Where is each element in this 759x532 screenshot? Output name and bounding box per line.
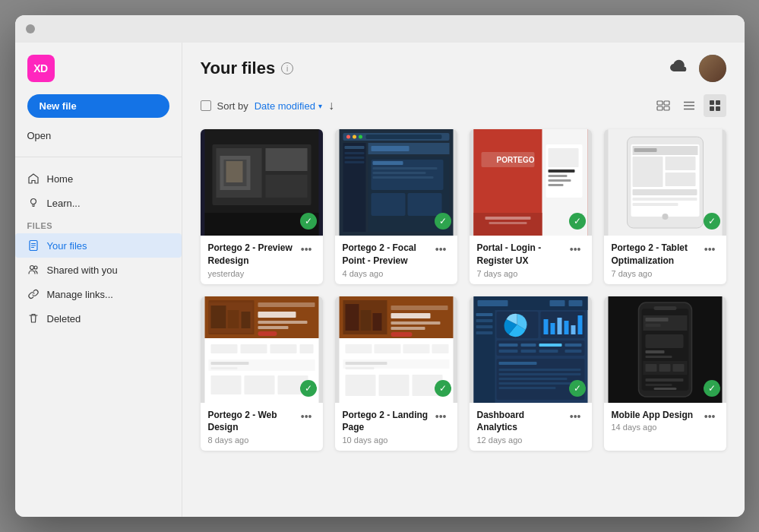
file-name-6: Portego 2 - Landing Page [343, 409, 432, 435]
files-grid: ✓ Portego 2 - Preview Redesign yesterday… [182, 123, 745, 517]
svg-rect-90 [210, 367, 237, 369]
file-more-button-3[interactable]: ••• [567, 242, 584, 257]
svg-rect-85 [240, 344, 267, 353]
file-card-6[interactable]: ✓ Portego 2 - Landing Page 10 days ago •… [335, 296, 457, 451]
file-card-7[interactable]: ✓ Dashboard Analytics 12 days ago ••• [470, 296, 592, 451]
file-card-5[interactable]: ✓ Portego 2 - Web Design 8 days ago ••• [201, 296, 323, 451]
traffic-light [26, 24, 35, 33]
synced-checkmark-6: ✓ [435, 380, 451, 397]
svg-rect-69 [632, 203, 678, 206]
sidebar-item-manage-links[interactable]: Manage links... [15, 282, 182, 306]
svg-rect-145 [565, 350, 581, 353]
open-link[interactable]: Open [27, 130, 169, 141]
file-date-6: 10 days ago [343, 435, 432, 445]
svg-rect-92 [210, 375, 241, 394]
svg-rect-115 [345, 375, 375, 396]
file-name-2: Portego 2 - Focal Point - Preview [343, 242, 432, 268]
file-thumbnail-1: ✓ [201, 129, 323, 236]
sidebar-item-learn[interactable]: Learn... [15, 191, 182, 215]
svg-rect-172 [653, 388, 676, 390]
avatar[interactable] [699, 55, 726, 82]
toolbar: Sort by Date modified ▾ ↓ [182, 88, 745, 123]
sidebar-item-your-files[interactable]: Your files [15, 233, 182, 258]
file-date-7: 12 days ago [477, 435, 567, 445]
sidebar-manage-links-label: Manage links... [47, 289, 113, 300]
file-more-button-1[interactable]: ••• [298, 242, 315, 257]
svg-rect-102 [391, 313, 430, 318]
svg-rect-134 [564, 321, 568, 334]
svg-rect-108 [374, 344, 400, 353]
top-bar: Your files i [182, 43, 745, 88]
svg-rect-51 [548, 148, 578, 167]
sidebar-item-shared[interactable]: Shared with you [15, 258, 182, 282]
app-window: XD New file Open Home [15, 15, 745, 517]
sidebar-item-home[interactable]: Home [15, 166, 182, 191]
file-thumbnail-7: ✓ [470, 296, 592, 403]
svg-rect-152 [498, 387, 555, 389]
svg-rect-113 [345, 367, 374, 369]
file-date-8: 14 days ago [612, 423, 694, 432]
file-date-2: 4 days ago [343, 269, 432, 278]
file-more-button-2[interactable]: ••• [432, 242, 450, 257]
file-more-button-8[interactable]: ••• [701, 409, 719, 424]
svg-point-70 [662, 214, 668, 220]
sidebar-nav: Home Learn... FILES [15, 163, 182, 334]
svg-rect-7 [664, 106, 669, 110]
sort-checkbox[interactable] [201, 100, 211, 111]
svg-rect-143 [520, 350, 536, 353]
svg-rect-33 [344, 157, 364, 159]
svg-rect-52 [548, 169, 574, 173]
file-more-button-7[interactable]: ••• [567, 409, 584, 424]
cloud-icon[interactable] [669, 59, 690, 78]
svg-rect-12 [716, 100, 720, 105]
svg-rect-126 [476, 325, 492, 328]
svg-rect-98 [345, 304, 359, 331]
svg-rect-5 [657, 106, 663, 110]
svg-rect-104 [391, 327, 425, 330]
file-more-button-4[interactable]: ••• [701, 242, 719, 257]
titlebar [15, 15, 745, 43]
synced-checkmark-4: ✓ [704, 213, 720, 230]
file-info-3: Portal - Login - Register UX 7 days ago … [470, 236, 592, 284]
sort-direction-button[interactable]: ↓ [328, 99, 334, 112]
file-more-button-5[interactable]: ••• [298, 409, 315, 424]
svg-rect-159 [645, 318, 668, 321]
sort-dropdown[interactable]: Date modified ▾ [255, 100, 322, 112]
info-icon[interactable]: i [281, 62, 293, 74]
svg-rect-30 [343, 143, 365, 232]
grid-view-button[interactable] [704, 94, 726, 117]
svg-rect-40 [372, 167, 437, 169]
svg-rect-157 [643, 310, 687, 314]
svg-rect-41 [372, 172, 425, 174]
synced-checkmark-3: ✓ [569, 213, 586, 230]
file-card-4[interactable]: ✓ Portego 2 - Tablet Optimalization 7 da… [604, 129, 726, 284]
file-more-button-6[interactable]: ••• [432, 409, 450, 424]
file-date-5: 8 days ago [208, 435, 298, 445]
lightbulb-icon [27, 197, 40, 209]
svg-point-0 [30, 199, 36, 204]
sidebar-item-deleted[interactable]: Deleted [15, 306, 182, 331]
svg-rect-150 [498, 378, 567, 380]
file-card-8[interactable]: ✓ Mobile App Design 14 days ago ••• [604, 296, 726, 451]
svg-rect-162 [645, 334, 683, 348]
svg-rect-137 [496, 340, 584, 356]
folder-view-button[interactable] [652, 94, 675, 117]
file-info-6: Portego 2 - Landing Page 10 days ago ••• [335, 403, 457, 451]
svg-rect-42 [372, 176, 433, 179]
svg-rect-68 [632, 198, 697, 201]
synced-checkmark-5: ✓ [300, 380, 317, 397]
xd-logo: XD [27, 55, 55, 82]
file-card-1[interactable]: ✓ Portego 2 - Preview Redesign yesterday… [201, 129, 323, 284]
file-card-3[interactable]: PORTEGO [470, 129, 592, 284]
file-name-5: Portego 2 - Web Design [208, 409, 298, 435]
file-card-2[interactable]: ✓ Portego 2 - Focal Point - Preview 4 da… [335, 129, 457, 284]
list-view-button[interactable] [678, 94, 700, 117]
svg-rect-133 [557, 318, 561, 334]
svg-rect-81 [258, 326, 288, 329]
new-file-button[interactable]: New file [27, 94, 169, 118]
svg-rect-78 [258, 302, 315, 307]
svg-rect-82 [258, 331, 277, 336]
svg-rect-53 [548, 175, 567, 177]
svg-rect-123 [473, 310, 495, 403]
file-info-1: Portego 2 - Preview Redesign yesterday •… [201, 236, 323, 284]
